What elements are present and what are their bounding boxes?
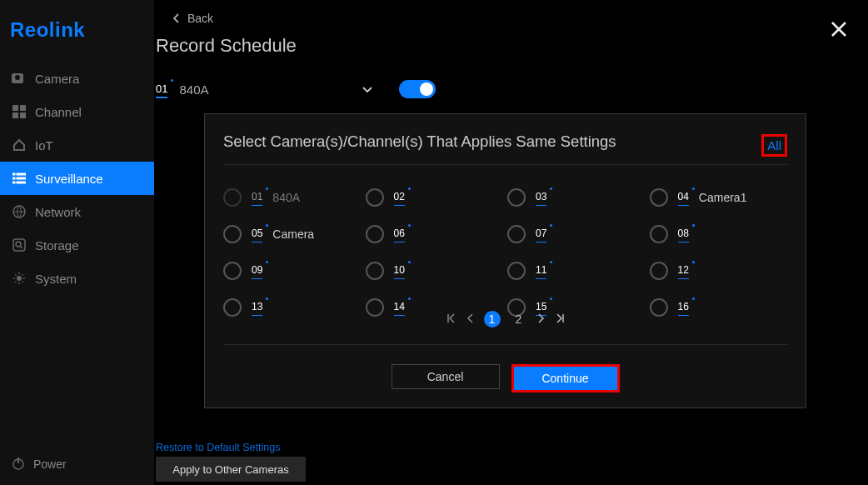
radio-icon[interactable] bbox=[507, 188, 526, 207]
channel-option-06[interactable]: 06 bbox=[366, 225, 508, 243]
radio-icon[interactable] bbox=[366, 262, 384, 280]
power-icon bbox=[12, 457, 25, 472]
search-disk-icon bbox=[12, 238, 27, 252]
channel-option-07[interactable]: 07 bbox=[507, 225, 650, 243]
sidebar-item-label: Camera bbox=[35, 72, 79, 86]
radio-icon[interactable] bbox=[650, 188, 668, 207]
list-icon bbox=[12, 171, 27, 186]
sidebar-item-label: Channel bbox=[35, 105, 82, 119]
globe-icon bbox=[12, 204, 27, 219]
radio-icon[interactable] bbox=[650, 262, 668, 280]
continue-button[interactable]: Continue bbox=[511, 364, 620, 392]
sidebar-item-label: IoT bbox=[35, 138, 53, 152]
radio-icon[interactable] bbox=[507, 262, 526, 280]
pager-first-icon[interactable] bbox=[446, 312, 456, 326]
sidebar-item-storage[interactable]: Storage bbox=[0, 228, 154, 262]
sidebar-item-iot[interactable]: IoT bbox=[0, 128, 154, 162]
svg-rect-8 bbox=[12, 178, 15, 179]
chevron-left-icon bbox=[172, 13, 179, 23]
svg-rect-13 bbox=[13, 239, 25, 251]
channel-option-03[interactable]: 03 bbox=[507, 188, 650, 207]
svg-rect-2 bbox=[12, 105, 18, 111]
channel-option-02[interactable]: 02 bbox=[366, 188, 508, 207]
radio-icon[interactable] bbox=[223, 262, 242, 280]
sidebar-item-label: Network bbox=[35, 205, 81, 219]
svg-rect-1 bbox=[15, 75, 20, 80]
svg-line-15 bbox=[20, 246, 22, 248]
pager-next-icon[interactable] bbox=[537, 312, 546, 326]
channel-option-12[interactable]: 12 bbox=[650, 262, 792, 280]
radio-icon[interactable] bbox=[650, 225, 668, 243]
back-label: Back bbox=[187, 12, 213, 25]
radio-icon[interactable] bbox=[366, 188, 384, 207]
pager-prev-icon[interactable] bbox=[466, 312, 474, 326]
cancel-button[interactable]: Cancel bbox=[392, 364, 500, 389]
sidebar-item-label: Power bbox=[33, 458, 67, 471]
record-schedule-toggle[interactable] bbox=[399, 80, 436, 98]
svg-rect-9 bbox=[17, 178, 26, 179]
pager-last-icon[interactable] bbox=[556, 312, 566, 326]
sidebar-item-label: Storage bbox=[35, 238, 79, 252]
current-channel-number: 01 bbox=[156, 82, 167, 97]
svg-rect-5 bbox=[20, 112, 26, 118]
svg-rect-10 bbox=[12, 182, 15, 183]
channel-option-04[interactable]: 04 Camera1 bbox=[650, 188, 792, 207]
channel-option-11[interactable]: 11 bbox=[507, 262, 650, 280]
close-button[interactable] bbox=[830, 20, 848, 38]
channel-option-09[interactable]: 09 bbox=[223, 262, 366, 280]
sidebar-item-system[interactable]: System bbox=[0, 262, 154, 295]
sidebar-item-power[interactable]: Power bbox=[0, 443, 154, 485]
grid-icon bbox=[12, 104, 27, 119]
dialog-title: Select Camera(s)/Channel(s) That Applies… bbox=[223, 132, 616, 151]
channel-option-05[interactable]: 05 Camera bbox=[223, 225, 366, 243]
restore-defaults-link[interactable]: Restore to Default Settings bbox=[156, 442, 280, 453]
device-dropdown[interactable] bbox=[362, 82, 372, 96]
brand-logo: Reolink bbox=[0, 0, 154, 62]
current-device-name: 840A bbox=[179, 82, 208, 97]
svg-rect-11 bbox=[17, 182, 26, 183]
svg-rect-7 bbox=[17, 173, 26, 175]
channel-option-01: 01 840A bbox=[223, 188, 366, 207]
select-all-button[interactable]: All bbox=[761, 134, 787, 157]
radio-icon bbox=[223, 188, 242, 207]
pager-page-2[interactable]: 2 bbox=[511, 311, 527, 328]
back-button[interactable]: Back bbox=[172, 12, 213, 25]
sidebar-item-network[interactable]: Network bbox=[0, 195, 154, 228]
channel-option-08[interactable]: 08 bbox=[650, 225, 792, 243]
home-icon bbox=[12, 138, 27, 152]
svg-rect-6 bbox=[12, 173, 15, 175]
sidebar-item-surveillance[interactable]: Surveillance bbox=[0, 162, 154, 195]
sidebar-item-label: Surveillance bbox=[35, 172, 103, 186]
apply-to-other-cameras-button[interactable]: Apply to Other Cameras bbox=[156, 457, 306, 482]
svg-rect-3 bbox=[20, 105, 26, 111]
pager-page-1[interactable]: 1 bbox=[484, 311, 501, 328]
svg-rect-4 bbox=[12, 112, 18, 118]
svg-point-16 bbox=[17, 276, 22, 281]
channel-option-10[interactable]: 10 bbox=[366, 262, 508, 280]
channel-grid: 01 840A 02 03 04 Camera1 bbox=[223, 179, 791, 326]
sidebar-item-camera[interactable]: Camera bbox=[0, 62, 154, 95]
radio-icon[interactable] bbox=[507, 225, 526, 243]
gear-icon bbox=[12, 271, 27, 286]
sidebar-item-label: System bbox=[35, 272, 77, 286]
pager: 1 2 bbox=[205, 311, 806, 328]
radio-icon[interactable] bbox=[366, 225, 384, 243]
camera-icon bbox=[12, 71, 27, 86]
sidebar-item-channel[interactable]: Channel bbox=[0, 95, 154, 128]
page-title: Record Schedule bbox=[156, 35, 297, 56]
select-channels-dialog: Select Camera(s)/Channel(s) That Applies… bbox=[204, 113, 806, 408]
radio-icon[interactable] bbox=[223, 225, 242, 243]
